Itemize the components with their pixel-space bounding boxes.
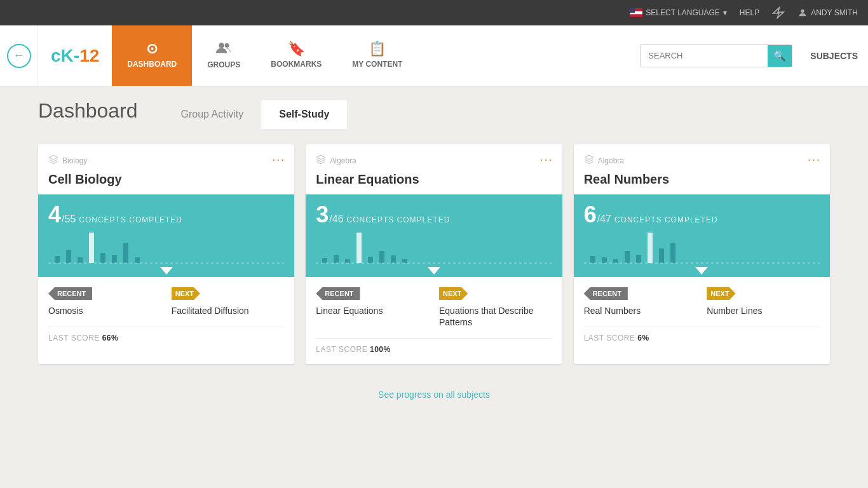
dashboard-section: Dashboard Group Activity Self-Study (0, 86, 868, 129)
progress-text: CONCEPTS COMPLETED (347, 215, 451, 224)
card-next-item[interactable]: NEXT Number Lines (707, 287, 820, 316)
svg-rect-2 (630, 14, 642, 17)
svg-rect-28 (590, 256, 595, 263)
card-recent-item[interactable]: RECENT Real Numbers (584, 287, 697, 316)
mycontent-icon: 📋 (369, 41, 386, 57)
card-items: RECENT Real Numbers NEXT Number Lines (584, 287, 820, 316)
nav-label-groups: GROUPS (207, 60, 240, 69)
card-subject: Biology (48, 154, 284, 167)
back-button[interactable]: ← (0, 25, 38, 86)
logo-12: 12 (79, 46, 99, 65)
subject-label: Biology (62, 156, 87, 165)
cards-area: Biology Cell Biology ··· 4 /55 CONCEPTS … (0, 129, 868, 379)
notification-icon[interactable] (772, 6, 785, 19)
card-body: RECENT Osmosis NEXT Facilitated Diffusio… (38, 277, 294, 353)
progress-denom: /46 (329, 214, 343, 225)
svg-rect-22 (368, 257, 373, 263)
subjects-button[interactable]: SUBJECTS (800, 51, 868, 61)
card-score: LAST SCORE 100% (316, 338, 552, 354)
recent-badge: RECENT (584, 287, 628, 300)
next-badge: NEXT (439, 287, 468, 300)
card-menu-button[interactable]: ··· (808, 153, 821, 166)
card-items: RECENT Osmosis NEXT Facilitated Diffusio… (48, 287, 284, 316)
recent-item-name: Osmosis (48, 305, 161, 316)
top-bar: SELECT LANGUAGE ▾ HELP ANDY SMITH (0, 0, 868, 25)
user-menu[interactable]: ANDY SMITH (797, 8, 858, 18)
card-body: RECENT Real Numbers NEXT Number Lines LA… (574, 277, 830, 353)
card-menu-button[interactable]: ··· (272, 153, 285, 166)
svg-rect-14 (123, 243, 128, 263)
card-items: RECENT Linear Equations NEXT Equations t… (316, 287, 552, 328)
subject-label: Algebra (330, 156, 356, 165)
nav-search: 🔍 SUBJECTS (640, 44, 868, 67)
bookmarks-icon: 🔖 (288, 41, 305, 57)
card-progress: 4 /55 CONCEPTS COMPLETED (38, 194, 294, 277)
nav-item-bookmarks[interactable]: 🔖 BOOKMARKS (255, 25, 337, 86)
subject-card-1: Algebra Linear Equations ··· 3 /46 CONCE… (306, 144, 562, 364)
card-header: Biology Cell Biology ··· (38, 144, 294, 194)
nav-items: ⊙ DASHBOARD GROUPS 🔖 BOOKMARKS 📋 MY CONT… (112, 25, 417, 86)
search-input[interactable] (641, 51, 768, 60)
svg-rect-20 (345, 259, 350, 263)
help-label: HELP (740, 8, 759, 17)
progress-label: 6 /47 CONCEPTS COMPLETED (584, 203, 820, 226)
tab-group-activity[interactable]: Group Activity (163, 100, 262, 129)
svg-rect-32 (636, 255, 641, 263)
progress-num: 3 (316, 203, 329, 226)
card-next-item[interactable]: NEXT Equations that Describe Patterns (439, 287, 552, 328)
score-value: 100% (370, 345, 391, 354)
back-circle-icon[interactable]: ← (7, 44, 31, 68)
flag-icon (630, 8, 642, 17)
help-link[interactable]: HELP (740, 8, 759, 17)
nav-item-groups[interactable]: GROUPS (192, 25, 255, 86)
svg-rect-24 (391, 255, 396, 263)
language-selector[interactable]: SELECT LANGUAGE ▾ (630, 8, 726, 17)
next-item-name: Number Lines (707, 305, 820, 316)
nav-label-mycontent: MY CONTENT (352, 60, 402, 69)
nav-item-dashboard[interactable]: ⊙ DASHBOARD (112, 25, 192, 86)
svg-rect-15 (135, 257, 140, 263)
search-box[interactable]: 🔍 (640, 44, 792, 67)
next-badge: NEXT (172, 287, 200, 300)
card-subject: Algebra (584, 154, 820, 167)
logo[interactable]: cK-12 (38, 46, 112, 66)
dashboard-tabs: Dashboard Group Activity Self-Study (38, 86, 868, 129)
progress-denom: /47 (597, 214, 611, 225)
groups-icon (216, 40, 231, 58)
card-next-item[interactable]: NEXT Facilitated Diffusion (172, 287, 285, 316)
next-badge: NEXT (707, 287, 735, 300)
svg-rect-23 (379, 251, 384, 263)
card-recent-item[interactable]: RECENT Linear Equations (316, 287, 429, 328)
svg-rect-8 (55, 256, 60, 263)
user-name: ANDY SMITH (811, 8, 858, 17)
card-title: Real Numbers (584, 172, 820, 187)
progress-text: CONCEPTS COMPLETED (79, 215, 182, 224)
logo-ck: cK (51, 46, 74, 65)
svg-marker-4 (773, 8, 784, 18)
svg-rect-34 (659, 248, 664, 263)
logo-dash: - (74, 46, 79, 65)
svg-point-6 (219, 43, 225, 48)
svg-point-5 (801, 10, 804, 13)
tab-self-study[interactable]: Self-Study (261, 100, 347, 129)
subject-card-2: Algebra Real Numbers ··· 6 /47 CONCEPTS … (574, 144, 830, 364)
search-button[interactable]: 🔍 (768, 44, 792, 67)
chevron-down-icon: ▾ (723, 8, 727, 17)
card-recent-item[interactable]: RECENT Osmosis (48, 287, 161, 316)
svg-rect-18 (322, 258, 327, 263)
svg-rect-9 (66, 250, 71, 263)
nav-label-dashboard: DASHBOARD (127, 60, 177, 69)
card-score: LAST SCORE 6% (584, 327, 820, 342)
nav-label-bookmarks: BOOKMARKS (271, 60, 322, 69)
see-progress-link[interactable]: See progress on all subjects (0, 379, 868, 410)
card-header: Algebra Real Numbers ··· (574, 144, 830, 194)
svg-rect-3 (630, 8, 635, 13)
next-item-name: Facilitated Diffusion (172, 305, 285, 316)
svg-rect-29 (602, 257, 607, 263)
progress-num: 4 (48, 203, 61, 226)
subject-icon (584, 154, 594, 167)
card-subject: Algebra (316, 154, 552, 167)
card-menu-button[interactable]: ··· (540, 153, 553, 166)
nav-item-mycontent[interactable]: 📋 MY CONTENT (337, 25, 417, 86)
recent-badge: RECENT (48, 287, 92, 300)
